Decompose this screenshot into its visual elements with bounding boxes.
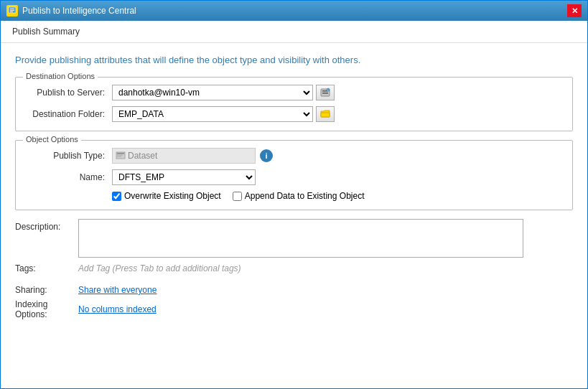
publish-server-input-group: danhotka@win10-vm i (112, 85, 335, 100)
svg-rect-3 (10, 11, 13, 12)
breadcrumb-label: Publish Summary (12, 27, 80, 37)
destination-folder-row: Destination Folder: EMP_DATA (26, 106, 562, 122)
checkbox-row: Overwrite Existing Object Append Data to… (112, 191, 562, 201)
svg-rect-11 (117, 153, 124, 154)
publish-type-controls: Dataset i (112, 148, 273, 164)
description-textarea[interactable] (78, 219, 523, 258)
subtitle-text: Provide publishing attributes that will … (15, 55, 573, 65)
destination-group-label: Destination Options (23, 72, 98, 80)
folder-browse-button[interactable] (316, 106, 335, 122)
publish-type-value: Dataset (128, 151, 157, 161)
indexing-label: Indexing Options: (15, 299, 78, 319)
title-bar: Publish to Intelligence Central ✕ (1, 1, 587, 21)
content-area: Provide publishing attributes that will … (1, 43, 587, 388)
publish-type-label: Publish Type: (26, 151, 112, 161)
tags-label: Tags: (15, 263, 78, 273)
object-options-group: Object Options Publish Type: Dataset i (15, 140, 573, 210)
server-browse-button[interactable]: i (316, 85, 335, 100)
window-title: Publish to Intelligence Central (22, 6, 136, 16)
app-icon (6, 5, 18, 17)
svg-rect-12 (117, 155, 123, 156)
close-button[interactable]: ✕ (567, 4, 582, 17)
object-group-label: Object Options (23, 135, 81, 144)
destination-folder-input-group: EMP_DATA (112, 106, 335, 122)
svg-rect-2 (10, 10, 14, 11)
svg-rect-9 (321, 113, 330, 117)
publish-server-select[interactable]: danhotka@win10-vm (112, 85, 313, 100)
sharing-link[interactable]: Share with everyone (78, 285, 157, 295)
destination-options-group: Destination Options Publish to Server: d… (15, 77, 573, 131)
description-row: Description: (15, 219, 573, 258)
indexing-link[interactable]: No columns indexed (78, 304, 157, 314)
svg-rect-6 (322, 93, 328, 94)
name-row: Name: DFTS_EMP (26, 169, 562, 185)
sharing-row: Sharing: Share with everyone (15, 285, 573, 295)
title-bar-left: Publish to Intelligence Central (6, 5, 136, 17)
append-checkbox[interactable] (233, 192, 242, 201)
tags-row: Tags: Add Tag (Press Tab to add addition… (15, 263, 573, 273)
info-icon[interactable]: i (260, 149, 273, 162)
publish-type-display: Dataset (112, 148, 256, 164)
overwrite-checkbox[interactable] (112, 192, 121, 201)
append-label: Append Data to Existing Object (245, 191, 365, 201)
publish-server-row: Publish to Server: danhotka@win10-vm i (26, 85, 562, 100)
description-label: Description: (15, 219, 78, 232)
overwrite-label: Overwrite Existing Object (124, 191, 221, 201)
main-window: Publish to Intelligence Central ✕ Publis… (0, 0, 588, 389)
breadcrumb-bar: Publish Summary (1, 21, 587, 43)
overwrite-checkbox-label[interactable]: Overwrite Existing Object (112, 191, 221, 201)
name-label: Name: (26, 172, 112, 182)
sharing-label: Sharing: (15, 285, 78, 295)
publish-server-label: Publish to Server: (26, 88, 112, 98)
publish-type-row: Publish Type: Dataset i (26, 148, 562, 164)
destination-folder-select[interactable]: EMP_DATA (112, 106, 313, 122)
svg-rect-13 (117, 156, 121, 157)
name-select[interactable]: DFTS_EMP (112, 169, 256, 185)
svg-rect-1 (10, 9, 14, 9)
tags-placeholder[interactable]: Add Tag (Press Tab to add additional tag… (78, 263, 241, 273)
indexing-row: Indexing Options: No columns indexed (15, 299, 573, 319)
destination-folder-label: Destination Folder: (26, 109, 112, 119)
append-checkbox-label[interactable]: Append Data to Existing Object (233, 191, 365, 201)
